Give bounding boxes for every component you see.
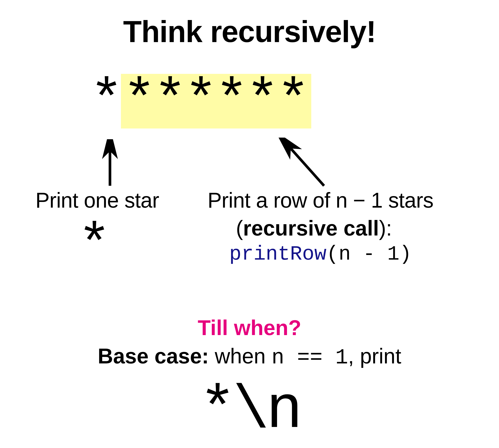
star-rest: ****** <box>123 74 308 128</box>
label-print-row: Print a row of n − 1 stars <box>208 188 433 212</box>
lone-star: * <box>78 219 111 273</box>
code-line: printRow(n - 1) <box>229 243 412 266</box>
code-function-name: printRow <box>229 243 326 266</box>
paren-close: ): <box>379 216 392 240</box>
base-case-post: , print <box>348 344 401 368</box>
star-row: * ****** <box>90 74 311 128</box>
base-case-cond: n == 1 <box>272 346 348 370</box>
code-args: (n - 1) <box>326 243 412 266</box>
arrow-up-icon <box>101 139 119 188</box>
base-case-line: Base case: when n == 1, print <box>0 344 499 370</box>
paren-open: ( <box>236 216 243 240</box>
till-when-heading: Till when? <box>0 316 499 340</box>
base-case-pre: when <box>209 344 271 368</box>
slide-title: Think recursively! <box>0 14 499 49</box>
label-recursive-call: (recursive call): <box>236 216 392 240</box>
svg-line-1 <box>285 143 324 186</box>
final-output: *\n <box>0 380 499 441</box>
star-first: * <box>90 74 121 128</box>
recursive-call-text: recursive call <box>243 216 379 240</box>
arrow-diagonal-icon <box>277 138 330 188</box>
label-print-one-star: Print one star <box>35 188 159 212</box>
star-rest-highlight: ****** <box>121 74 311 128</box>
base-case-label: Base case: <box>98 344 209 368</box>
